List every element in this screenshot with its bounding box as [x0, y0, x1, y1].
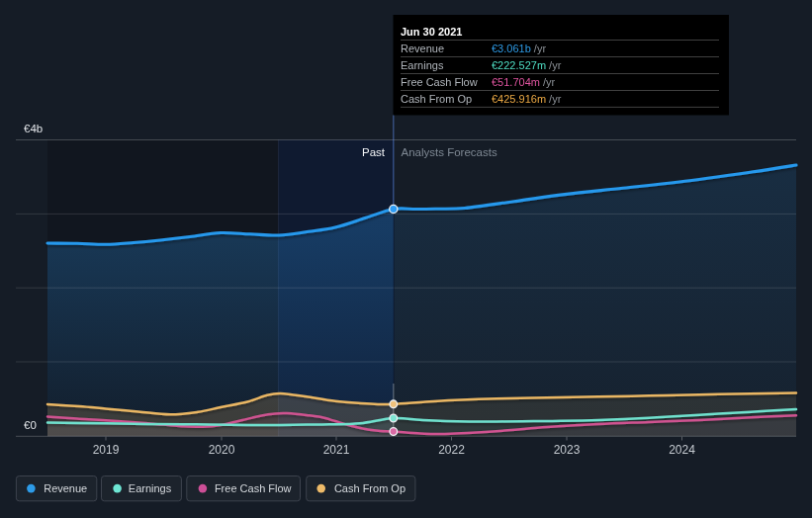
svg-text:Past: Past	[362, 146, 386, 158]
svg-text:€51.704m /yr: €51.704m /yr	[492, 76, 556, 88]
svg-text:€425.916m /yr: €425.916m /yr	[492, 93, 562, 105]
svg-text:Free Cash Flow: Free Cash Flow	[401, 76, 478, 88]
svg-text:Earnings: Earnings	[129, 482, 172, 494]
svg-text:2023: 2023	[554, 443, 581, 457]
svg-text:€222.527m /yr: €222.527m /yr	[492, 59, 562, 71]
svg-text:Revenue: Revenue	[44, 482, 87, 494]
svg-text:Analysts Forecasts: Analysts Forecasts	[402, 146, 497, 158]
svg-text:Revenue: Revenue	[401, 43, 444, 54]
svg-text:2019: 2019	[93, 443, 120, 457]
svg-text:Free Cash Flow: Free Cash Flow	[215, 482, 292, 494]
svg-text:Earnings: Earnings	[401, 59, 444, 71]
svg-text:2024: 2024	[669, 443, 695, 457]
svg-text:€3.061b /yr: €3.061b /yr	[492, 43, 546, 54]
svg-text:Jun 30 2021: Jun 30 2021	[401, 26, 462, 38]
svg-text:€4b: €4b	[24, 123, 43, 134]
svg-text:2021: 2021	[323, 443, 350, 457]
svg-text:2022: 2022	[438, 443, 465, 457]
svg-text:€0: €0	[24, 419, 37, 431]
svg-text:Cash From Op: Cash From Op	[401, 93, 472, 105]
svg-text:Cash From Op: Cash From Op	[334, 482, 406, 494]
svg-text:2020: 2020	[209, 443, 235, 457]
